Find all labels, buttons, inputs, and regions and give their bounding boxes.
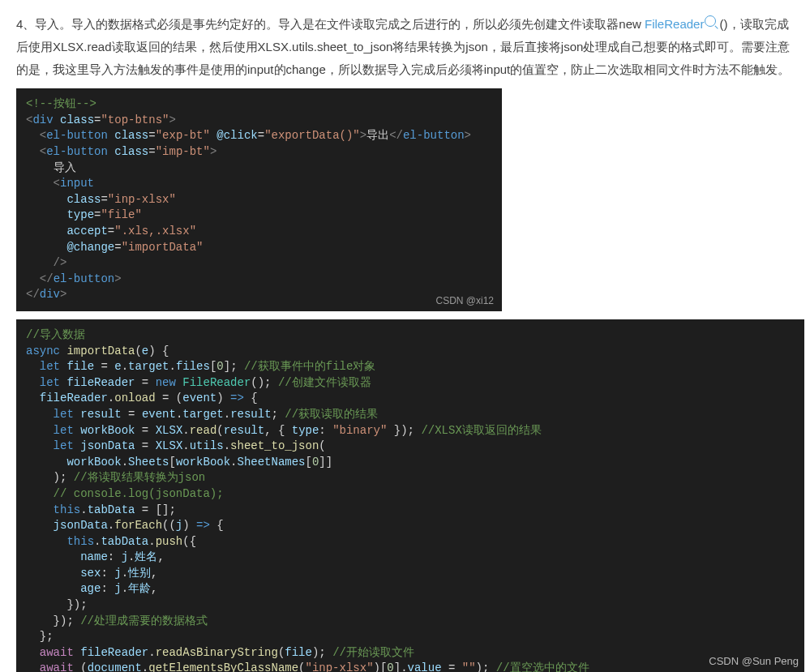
search-icon xyxy=(705,15,716,27)
code-block-script: //导入数据 async importData(e) { let file = … xyxy=(16,319,804,672)
page-watermark: CSDN @Sun Peng xyxy=(709,655,799,667)
code-block-template: <!--按钮--> <div class="top-btns"> <el-but… xyxy=(16,88,502,311)
code-watermark-1: CSDN @xi12 xyxy=(435,294,494,308)
filereader-link[interactable]: FileReader xyxy=(645,17,716,31)
intro-part1: 4、导入。导入的数据格式必须是事先约定好的。导入是在文件读取完成之后进行的，所以… xyxy=(16,17,645,31)
intro-paragraph: 4、导入。导入的数据格式必须是事先约定好的。导入是在文件读取完成之后进行的，所以… xyxy=(16,13,794,80)
